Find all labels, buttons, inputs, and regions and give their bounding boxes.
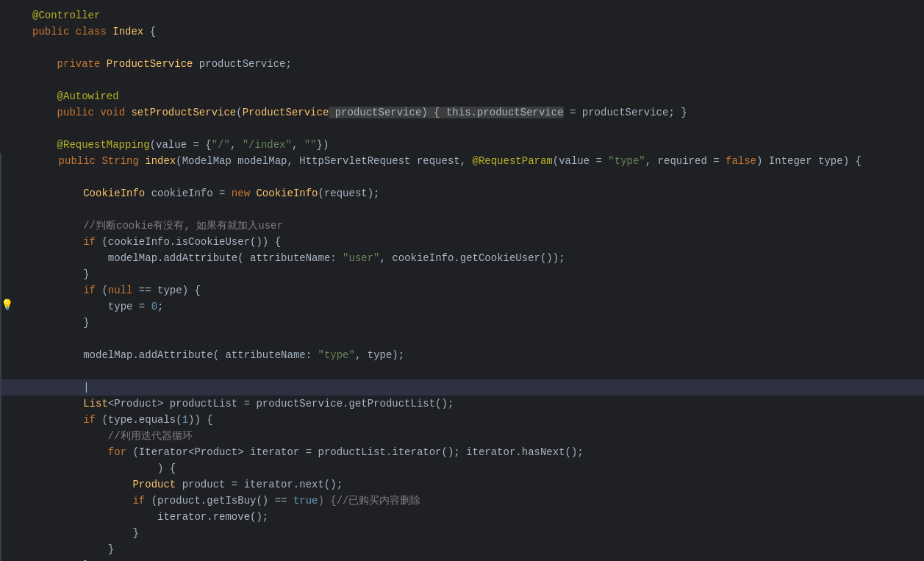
code-line: modelMap.addAttribute( attributeName: "u… bbox=[0, 250, 924, 266]
token bbox=[34, 155, 59, 167]
code-line bbox=[0, 121, 924, 137]
code-line bbox=[0, 40, 924, 56]
token: Product bbox=[132, 479, 176, 490]
token: attributeName: bbox=[244, 252, 337, 264]
token: private bbox=[57, 58, 107, 70]
token: //判断cookie有没有, 如果有就加入user bbox=[83, 220, 283, 232]
line-code: @RequestMapping(value = {"/", "/index", … bbox=[10, 137, 924, 153]
line-code bbox=[12, 169, 924, 185]
code-line: //利用迭代器循环 bbox=[0, 428, 924, 444]
code-line: if (product.getIsBuy() == true) {//已购买内容… bbox=[0, 493, 924, 509]
line-code: if (null == type) { bbox=[12, 282, 924, 299]
token: 0 bbox=[151, 301, 157, 312]
code-line: Product product = iterator.next(); bbox=[0, 476, 924, 493]
line-code: type = 0; bbox=[12, 299, 924, 315]
token: Index bbox=[112, 26, 143, 37]
code-line: } bbox=[0, 525, 924, 541]
token: , cookieInfo.getCookieUser()); bbox=[380, 252, 565, 264]
token: productService) bbox=[329, 107, 427, 118]
line-code: modelMap.addAttribute( attributeName: "u… bbox=[12, 250, 924, 266]
token: productService.getProductList() bbox=[256, 398, 447, 410]
token bbox=[34, 252, 108, 264]
token: modelMap.addAttribute( bbox=[108, 252, 244, 264]
code-line: public void setProductService(ProductSer… bbox=[0, 104, 924, 121]
line-code: public class Index { bbox=[10, 24, 924, 40]
token bbox=[34, 495, 132, 507]
token: null bbox=[108, 285, 133, 296]
token: true bbox=[293, 495, 318, 507]
token: product = iterator.next(); bbox=[176, 479, 343, 490]
code-line: ) { bbox=[0, 460, 924, 476]
token: productService bbox=[477, 107, 564, 118]
token: new bbox=[232, 187, 257, 199]
line-code: } bbox=[12, 266, 924, 282]
token: (Iterator<Product> iterator = productLis… bbox=[132, 446, 583, 458]
code-line: CookieInfo cookieInfo = new CookieInfo(r… bbox=[0, 185, 924, 201]
code-line: modelMap.addAttribute( attributeName: "t… bbox=[0, 347, 924, 363]
token: (product.getIsBuy() == bbox=[151, 495, 293, 507]
token: type bbox=[108, 301, 133, 312]
code-line: | bbox=[0, 379, 924, 396]
token: "type" bbox=[608, 155, 645, 167]
code-line: } bbox=[0, 541, 924, 557]
code-line: } bbox=[0, 266, 924, 282]
code-line: private ProductService productService; bbox=[0, 56, 924, 72]
token: , type); bbox=[355, 349, 404, 361]
line-code: for (Iterator<Product> iterator = produc… bbox=[12, 444, 924, 460]
code-line: if (null == type) { bbox=[0, 282, 924, 299]
code-line: } bbox=[0, 315, 924, 331]
line-code: public void setProductService(ProductSer… bbox=[10, 104, 924, 121]
line-code: | bbox=[12, 379, 924, 396]
token: index bbox=[145, 155, 176, 167]
token: (value = bbox=[553, 155, 609, 167]
line-code bbox=[12, 331, 924, 347]
token: iterator.remove(); bbox=[34, 511, 268, 523]
token: if bbox=[83, 414, 101, 426]
token: "/" bbox=[212, 139, 230, 151]
token: @RequestParam bbox=[473, 155, 553, 167]
token: ) Integer type) { bbox=[756, 155, 862, 167]
token: | bbox=[83, 382, 89, 393]
code-line bbox=[0, 363, 924, 379]
token: "" bbox=[304, 139, 317, 151]
token: ProductService bbox=[107, 58, 193, 70]
code-line: List<Product> productList = productServi… bbox=[0, 396, 924, 412]
line-code: } bbox=[12, 557, 924, 561]
token: public bbox=[32, 26, 76, 37]
token: "user" bbox=[343, 252, 379, 264]
token: , bbox=[292, 139, 304, 151]
code-editor: @Controllerpublic class Index { private … bbox=[0, 0, 924, 561]
token: cookieInfo = bbox=[145, 187, 232, 199]
token: } bbox=[34, 317, 90, 329]
token: (type.equals( bbox=[101, 414, 182, 426]
code-line: if (cookieInfo.isCookieUser()) { bbox=[0, 234, 924, 250]
token: } bbox=[34, 527, 139, 539]
token: @Controller bbox=[32, 10, 100, 21]
line-code: if (type.equals(1)) { bbox=[12, 412, 924, 428]
token: "type" bbox=[318, 349, 355, 361]
token bbox=[32, 107, 57, 118]
token: "/index" bbox=[243, 139, 292, 151]
token: void bbox=[100, 107, 131, 118]
code-line bbox=[0, 201, 924, 218]
code-line bbox=[0, 331, 924, 347]
token: attributeName: bbox=[219, 349, 312, 361]
token: modelMap.addAttribute( bbox=[83, 349, 219, 361]
token: for bbox=[108, 446, 133, 458]
code-line: for (Iterator<Product> iterator = produc… bbox=[0, 444, 924, 460]
token: CookieInfo bbox=[256, 187, 318, 199]
code-line: public class Index { bbox=[0, 24, 924, 40]
code-line: public String index(ModelMap modelMap, H… bbox=[0, 153, 924, 169]
token: ; bbox=[448, 398, 454, 410]
line-code: @Autowired bbox=[10, 88, 924, 104]
line-code: //利用迭代器循环 bbox=[12, 428, 924, 444]
token: ProductService bbox=[243, 107, 329, 118]
code-line: @Controller bbox=[0, 7, 924, 24]
code-line: iterator.remove(); bbox=[0, 509, 924, 525]
token: == type) { bbox=[132, 285, 200, 296]
code-line: //判断cookie有没有, 如果有就加入user bbox=[0, 218, 924, 234]
token: } bbox=[34, 543, 114, 555]
token: <Product> productList = bbox=[108, 398, 257, 410]
token bbox=[34, 285, 83, 296]
token bbox=[34, 187, 83, 199]
